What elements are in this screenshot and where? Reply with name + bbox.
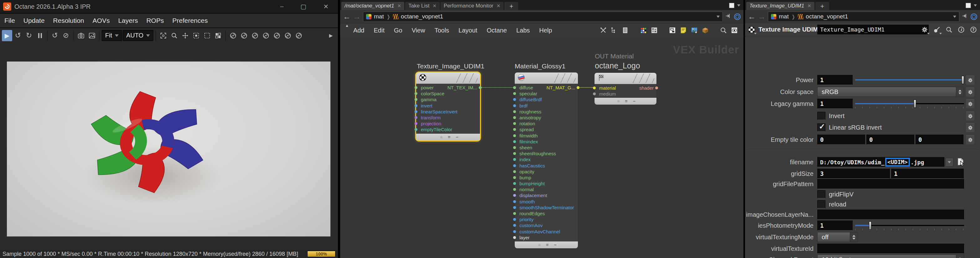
snapshot-icon[interactable]: [650, 26, 658, 34]
new-tab-button[interactable]: ＋: [504, 2, 518, 10]
select-virtualtexturingmode[interactable]: off: [817, 232, 858, 242]
octane-settings-icon[interactable]: [283, 30, 293, 41]
input-port-bump[interactable]: [513, 176, 516, 179]
output-port[interactable]: [655, 87, 658, 89]
network-boxes-icon[interactable]: [668, 26, 676, 34]
select-spinner-icon[interactable]: [956, 255, 964, 258]
filename-dropdown-button[interactable]: [945, 158, 953, 166]
value-field[interactable]: 0: [866, 135, 914, 145]
back-icon[interactable]: ←: [343, 13, 351, 21]
network-menu-go[interactable]: Go: [394, 27, 402, 34]
list-view-icon[interactable]: [621, 26, 629, 34]
network-menu-tools[interactable]: Tools: [434, 27, 449, 34]
fit-select[interactable]: Fit: [102, 30, 122, 41]
pause-icon[interactable]: [35, 30, 45, 41]
help-icon[interactable]: ?: [969, 25, 977, 34]
value-field[interactable]: 3: [817, 169, 890, 179]
pane-menu-icon[interactable]: [974, 5, 977, 6]
pan-view-icon[interactable]: [180, 30, 190, 41]
pane-maximize-icon[interactable]: [729, 3, 734, 8]
input-port-roundEdges[interactable]: [513, 212, 516, 215]
text-field[interactable]: [817, 210, 964, 220]
tab-performance-monitor[interactable]: Performance Monitor✕: [441, 2, 503, 10]
close-button[interactable]: ✕: [323, 3, 329, 10]
select-channel-format[interactable]: 16-bit float: [817, 255, 964, 258]
input-port-power[interactable]: [415, 86, 417, 89]
param-gear-icon[interactable]: [966, 99, 974, 108]
node-footer[interactable]: ≡=−: [595, 98, 657, 104]
pin-icon[interactable]: [961, 13, 969, 21]
input-port-bumpHeight[interactable]: [513, 182, 516, 185]
background-image-icon[interactable]: [690, 26, 698, 34]
input-port-displacement[interactable]: [513, 194, 516, 197]
toolbar-overflow-icon[interactable]: ▸: [326, 30, 336, 41]
tools-icon[interactable]: [599, 26, 607, 34]
network-menu-labs[interactable]: Labs: [516, 27, 530, 34]
octane-menu-update[interactable]: Update: [24, 17, 45, 24]
slider[interactable]: [855, 76, 964, 84]
input-port-customAov[interactable]: [513, 224, 516, 227]
node-octane_Logo[interactable]: materialshadermedium≡=−: [595, 73, 657, 104]
refresh-icon[interactable]: ↻: [24, 30, 34, 41]
input-port-specular[interactable]: [513, 92, 516, 95]
fit-view-icon[interactable]: [158, 30, 168, 41]
ladle-icon[interactable]: [933, 25, 941, 34]
region-clear-icon[interactable]: [202, 30, 212, 41]
radial-menu-icon[interactable]: [734, 13, 741, 20]
param-gear-icon[interactable]: [966, 111, 974, 120]
octane-misc-icon[interactable]: [293, 30, 304, 41]
input-port-anisotropy[interactable]: [513, 116, 516, 119]
pane-menu-icon[interactable]: [737, 5, 740, 6]
checkbox-reload[interactable]: [817, 200, 826, 208]
play-icon[interactable]: ▶: [2, 30, 12, 41]
param-gear-icon[interactable]: [966, 135, 974, 144]
input-port-diffuseBrdf[interactable]: [513, 98, 516, 101]
search-icon[interactable]: [945, 25, 953, 34]
network-menu-edit[interactable]: Edit: [374, 27, 384, 34]
select-color-space[interactable]: sRGB: [817, 87, 964, 97]
region-select-icon[interactable]: [191, 30, 201, 41]
new-tab-button[interactable]: ＋: [815, 2, 829, 10]
checkbox-invert[interactable]: [817, 112, 826, 120]
input-port-sheenRoughness[interactable]: [513, 152, 516, 155]
input-port-smoothShadowTerminator[interactable]: [513, 206, 516, 209]
path-dropdown-icon[interactable]: [953, 16, 956, 18]
param-gear-icon[interactable]: [966, 123, 974, 132]
close-tab-icon[interactable]: ✕: [496, 3, 501, 9]
network-menu-view[interactable]: View: [412, 27, 425, 34]
gear-menu-icon[interactable]: [921, 25, 929, 34]
input-port-sheen[interactable]: [513, 146, 516, 149]
zoom-region-icon[interactable]: [169, 30, 179, 41]
network-view[interactable]: VEX Builder Texture_Image_UDIM1powerNT_T…: [340, 36, 743, 258]
octane-edit-icon[interactable]: [272, 30, 282, 41]
close-tab-icon[interactable]: ✕: [807, 3, 811, 9]
restart-icon[interactable]: ↺: [13, 30, 23, 41]
param-gear-icon[interactable]: [966, 87, 974, 97]
input-port-opacity[interactable]: [513, 170, 516, 173]
node-Texture_Image_UDIM1[interactable]: powerNT_TEX_IM...colorSpacegammainvertli…: [416, 73, 480, 141]
forward-icon[interactable]: →: [353, 13, 361, 21]
pane-maximize-icon[interactable]: [966, 3, 971, 8]
close-tab-icon[interactable]: ✕: [433, 3, 436, 9]
input-port-index[interactable]: [513, 158, 516, 161]
tab-texture-image-udim1[interactable]: Texture_Image_UDIM1✕: [746, 2, 815, 10]
network-path-field[interactable]: mat ❭ octane_vopnet1: [363, 11, 723, 22]
tile-layout-icon[interactable]: [213, 30, 223, 41]
input-port-transform[interactable]: [415, 116, 417, 119]
node-name-field[interactable]: Texture_Image_UDIM1: [817, 25, 929, 34]
checkbox-linear-srgb-invert[interactable]: ✓: [817, 123, 826, 131]
pin-icon[interactable]: [725, 13, 732, 21]
input-port-rotation[interactable]: [513, 122, 516, 125]
input-port-emptyTileColor[interactable]: [415, 128, 417, 131]
text-field[interactable]: [817, 244, 964, 253]
network-menu-add[interactable]: Add: [353, 27, 364, 34]
back-icon[interactable]: ←: [748, 13, 756, 21]
radial-menu-icon[interactable]: [970, 13, 977, 20]
tab-take-list[interactable]: Take List✕: [405, 2, 440, 10]
visibility-icon[interactable]: [730, 26, 738, 34]
octane-target-icon[interactable]: [239, 30, 249, 41]
octane-menu-aovs[interactable]: AOVs: [92, 17, 110, 24]
path-root[interactable]: mat: [779, 13, 789, 20]
select-spinner-icon[interactable]: [850, 233, 858, 242]
input-port-normal[interactable]: [513, 188, 516, 191]
